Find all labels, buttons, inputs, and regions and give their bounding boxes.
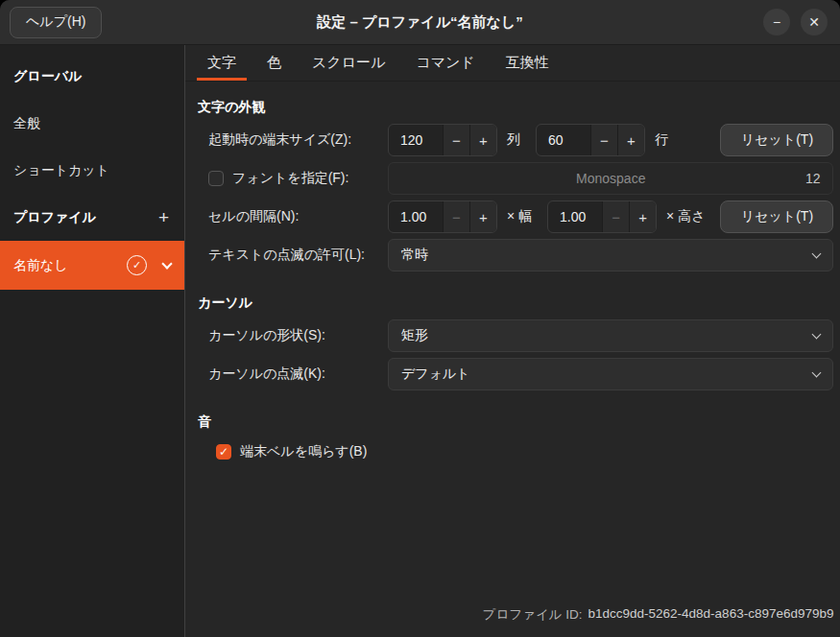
titlebar: ヘルプ(H) 設定 – プロファイル“名前なし” − ✕ xyxy=(0,0,840,45)
rows-increment-button[interactable]: + xyxy=(617,125,644,155)
cell-spacing-label: セルの間隔(N): xyxy=(208,208,388,225)
columns-unit-label: 列 xyxy=(507,131,520,149)
cursor-blink-value: デフォルト xyxy=(401,366,470,383)
check-mark: ✓ xyxy=(132,259,141,271)
cursor-shape-label: カーソルの形状(S): xyxy=(208,327,388,344)
columns-increment-button[interactable]: + xyxy=(469,125,496,155)
terminal-size-row: 起動時の端末サイズ(Z): 120 − + 列 60 − + 行 リセット(T) xyxy=(208,124,833,156)
cell-width-value[interactable]: 1.00 xyxy=(389,201,443,232)
profiles-heading-label: プロファイル xyxy=(13,209,96,226)
rows-value[interactable]: 60 xyxy=(537,125,590,155)
main-panel: 文字 色 スクロール コマンド 互換性 文字の外観 起動時の端末サイズ(Z): … xyxy=(185,45,840,637)
cell-width-unit-label: × 幅 xyxy=(507,208,532,225)
close-button[interactable]: ✕ xyxy=(801,9,828,35)
help-button[interactable]: ヘルプ(H) xyxy=(10,7,102,38)
cell-height-decrement-button[interactable]: − xyxy=(602,201,629,232)
cursor-blink-label: カーソルの点滅(K): xyxy=(208,366,388,383)
text-blink-controls: 常時 xyxy=(388,239,833,271)
tab-colors[interactable]: 色 xyxy=(256,45,292,81)
custom-font-label: フォントを指定(F): xyxy=(232,170,348,187)
cell-height-value[interactable]: 1.00 xyxy=(548,201,602,232)
sidebar-item-general[interactable]: 全般 xyxy=(0,100,184,147)
cell-height-unit-label: × 高さ xyxy=(666,208,705,225)
cell-width-increment-button[interactable]: + xyxy=(469,201,496,232)
columns-decrement-button[interactable]: − xyxy=(443,125,469,155)
custom-font-controls: Monospace 12 xyxy=(388,162,833,195)
rows-decrement-button[interactable]: − xyxy=(590,125,617,155)
custom-font-checkbox[interactable] xyxy=(208,171,224,186)
terminal-bell-label: 端末ベルを鳴らす(B) xyxy=(240,443,367,460)
profile-id-label: プロファイル ID: xyxy=(483,606,583,624)
section-heading-cursor: カーソル xyxy=(198,293,840,312)
terminal-bell-row: ✓ 端末ベルを鳴らす(B) xyxy=(216,442,840,461)
cell-width-decrement-button[interactable]: − xyxy=(443,201,469,232)
cursor-blink-controls: デフォルト xyxy=(388,358,833,390)
minimize-icon: − xyxy=(773,9,780,35)
terminal-bell-checkbox[interactable]: ✓ xyxy=(216,444,231,460)
sidebar: グローバル 全般 ショートカット プロファイル + 名前なし ✓ xyxy=(0,45,185,637)
sidebar-heading-profiles: プロファイル + xyxy=(0,194,184,241)
sidebar-item-shortcuts[interactable]: ショートカット xyxy=(0,147,184,194)
profile-name-label: 名前なし xyxy=(13,257,68,274)
terminal-size-controls: 120 − + 列 60 − + 行 リセット(T) xyxy=(388,124,833,156)
section-heading-text-appearance: 文字の外観 xyxy=(198,97,840,116)
section-heading-bell: 音 xyxy=(198,412,840,431)
cell-height-increment-button[interactable]: + xyxy=(629,201,656,232)
custom-font-label-group: フォントを指定(F): xyxy=(208,170,388,187)
rows-unit-label: 行 xyxy=(655,131,668,149)
cell-width-spinbox[interactable]: 1.00 − + xyxy=(388,201,497,233)
font-size-label: 12 xyxy=(805,171,821,186)
tab-bar: 文字 色 スクロール コマンド 互換性 xyxy=(185,45,840,82)
sidebar-item-profile-unnamed[interactable]: 名前なし ✓ xyxy=(0,241,184,290)
window-body: グローバル 全般 ショートカット プロファイル + 名前なし ✓ 文字 色 スク… xyxy=(0,45,840,637)
sidebar-heading-global: グローバル xyxy=(0,53,184,100)
chevron-down-icon[interactable] xyxy=(161,258,172,269)
chevron-down-icon xyxy=(812,249,822,259)
close-icon: ✕ xyxy=(808,9,820,35)
columns-value[interactable]: 120 xyxy=(389,125,443,155)
text-blink-value: 常時 xyxy=(401,247,428,264)
text-blink-row: テキストの点滅の許可(L): 常時 xyxy=(208,239,833,271)
cursor-shape-value: 矩形 xyxy=(401,327,428,344)
reset-spacing-button[interactable]: リセット(T) xyxy=(720,201,833,233)
cursor-blink-row: カーソルの点滅(K): デフォルト xyxy=(208,358,833,390)
text-blink-dropdown[interactable]: 常時 xyxy=(388,239,833,271)
window-controls: − ✕ xyxy=(763,9,828,35)
reset-size-button[interactable]: リセット(T) xyxy=(720,124,833,156)
columns-spinbox[interactable]: 120 − + xyxy=(388,124,497,156)
check-mark: ✓ xyxy=(219,445,228,459)
custom-font-row: フォントを指定(F): Monospace 12 xyxy=(208,162,833,195)
minimize-button[interactable]: − xyxy=(763,9,790,35)
profile-id-footer: プロファイル ID: b1dcc9dd-5262-4d8d-a863-c897e… xyxy=(483,606,834,624)
cursor-shape-dropdown[interactable]: 矩形 xyxy=(388,319,833,352)
terminal-size-label: 起動時の端末サイズ(Z): xyxy=(208,131,388,149)
tab-compatibility[interactable]: 互換性 xyxy=(495,45,560,81)
chevron-down-icon xyxy=(812,368,822,378)
add-profile-button[interactable]: + xyxy=(156,207,171,228)
rows-spinbox[interactable]: 60 − + xyxy=(536,124,645,156)
cursor-shape-row: カーソルの形状(S): 矩形 xyxy=(208,319,833,352)
cell-spacing-controls: 1.00 − + × 幅 1.00 − + × 高さ リセット(T) xyxy=(388,201,833,233)
profile-row-icons: ✓ xyxy=(127,255,171,275)
cell-height-spinbox[interactable]: 1.00 − + xyxy=(547,201,657,233)
chevron-down-icon xyxy=(812,330,822,340)
font-picker-button[interactable]: Monospace 12 xyxy=(388,162,833,195)
tab-scrolling[interactable]: スクロール xyxy=(301,45,396,81)
tab-command[interactable]: コマンド xyxy=(405,45,485,81)
text-blink-label: テキストの点滅の許可(L): xyxy=(208,247,388,264)
cursor-shape-controls: 矩形 xyxy=(388,319,833,352)
window-title: 設定 – プロファイル“名前なし” xyxy=(0,13,840,32)
check-circle-icon: ✓ xyxy=(127,255,147,275)
font-name-label: Monospace xyxy=(576,171,645,186)
cell-spacing-row: セルの間隔(N): 1.00 − + × 幅 1.00 − + × 高さ リセッ… xyxy=(208,201,833,233)
cursor-blink-dropdown[interactable]: デフォルト xyxy=(388,358,833,390)
tab-text[interactable]: 文字 xyxy=(197,45,247,81)
preferences-window: ヘルプ(H) 設定 – プロファイル“名前なし” − ✕ グローバル 全般 ショ… xyxy=(0,0,840,637)
profile-id-value: b1dcc9dd-5262-4d8d-a863-c897e6d979b9 xyxy=(588,606,834,624)
